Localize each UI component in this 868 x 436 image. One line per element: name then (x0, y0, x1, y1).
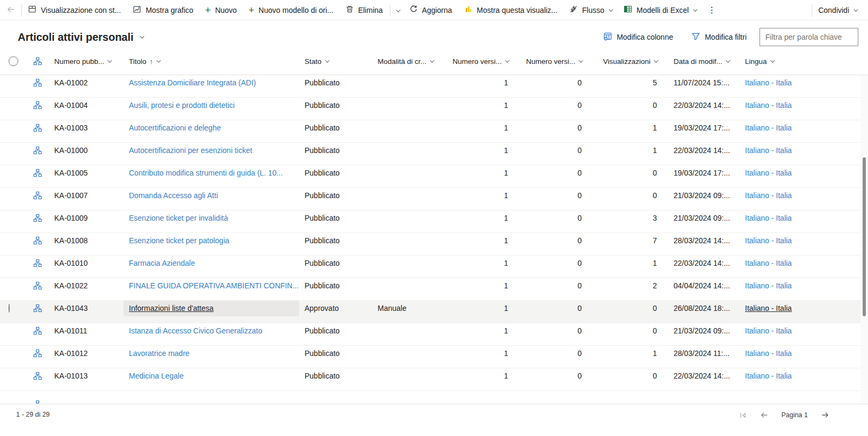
flow-button[interactable]: Flusso (563, 2, 618, 18)
vertical-ellipsis-icon: ⋮ (707, 5, 716, 14)
grid-header: Numero pubb... Titolo ↑ Stato Modalità d… (0, 54, 868, 75)
language-link[interactable]: Italiano - Italia (745, 101, 792, 110)
filter-funnel-icon (691, 32, 700, 42)
hierarchy-icon[interactable] (27, 214, 48, 222)
table-row[interactable]: KA-01043 Informazioni liste d'attesa App… (0, 301, 868, 323)
language-link[interactable]: Italiano - Italia (745, 372, 792, 380)
language-link[interactable]: Italiano - Italia (745, 236, 792, 245)
language-link[interactable]: Italiano - Italia (745, 146, 792, 155)
article-status: Pubblicato (299, 326, 372, 335)
hierarchy-icon[interactable] (27, 101, 48, 110)
hierarchy-icon[interactable] (27, 372, 48, 380)
language-link[interactable]: Italiano - Italia (745, 326, 792, 335)
language-link[interactable]: Italiano - Italia (745, 214, 792, 222)
excel-templates-label: Modelli di Excel (636, 6, 689, 14)
table-row[interactable]: KA-01002 Assistenza Domiciliare Integrat… (0, 75, 868, 98)
delete-split-chevron[interactable] (392, 2, 403, 18)
language-link[interactable]: Italiano - Italia (745, 78, 792, 87)
hierarchy-icon[interactable] (27, 169, 48, 177)
row-select-radio[interactable] (9, 304, 10, 313)
article-title-link[interactable]: Contributo modifica strumenti di guida (… (129, 169, 283, 177)
language-link[interactable]: Italiano - Italia (745, 123, 792, 132)
article-creation-mode: Manuale (372, 304, 447, 313)
hierarchy-icon[interactable] (27, 304, 48, 313)
show-visualization-button[interactable]: Mostra questa visualiz... (458, 2, 563, 18)
first-page-button[interactable] (739, 411, 747, 419)
excel-templates-button[interactable]: Modelli di Excel (618, 2, 702, 18)
language-link[interactable]: Italiano - Italia (745, 304, 792, 313)
modified-date: 04/04/2024 14:... (659, 281, 730, 290)
edit-columns-button[interactable]: Modifica colonne (598, 28, 678, 46)
article-title-link[interactable]: Istanza di Accesso Civico Generalizzato (129, 326, 262, 335)
language-link[interactable]: Italiano - Italia (745, 259, 792, 267)
table-row[interactable]: KA-01012 Lavoratrice madre Pubblicato 1 … (0, 346, 868, 368)
new-template-button[interactable]: + Nuovo modello di ori... (243, 2, 339, 18)
article-title-link[interactable]: Domanda Accesso agli Atti (129, 191, 218, 200)
article-title-link[interactable]: Farmacia Aziendale (129, 259, 195, 267)
back-button[interactable] (0, 0, 21, 20)
column-header-numero-pubblicazione[interactable]: Numero pubb... (48, 54, 124, 69)
table-row[interactable]: KA-01013 Medicina Legale Pubblicato 1 0 … (0, 368, 868, 391)
column-header-modalita[interactable]: Modalità di cr... (372, 54, 447, 69)
language-link[interactable]: Italiano - Italia (745, 191, 792, 200)
hierarchy-icon[interactable] (27, 259, 48, 267)
table-row[interactable]: KA-01007 Domanda Accesso agli Atti Pubbl… (0, 188, 868, 210)
new-button[interactable]: + Nuovo (199, 2, 243, 18)
article-title-link[interactable]: Esenzione ticket per invalidità (129, 214, 228, 222)
table-row[interactable]: KA-01022 FINALE GUIDA OPERATIVA AMBIENTI… (0, 278, 868, 301)
divider (390, 5, 390, 16)
column-header-stato[interactable]: Stato (299, 54, 372, 69)
table-row[interactable]: KA-01010 Farmacia Aziendale Pubblicato 1… (0, 256, 868, 278)
hierarchy-icon[interactable] (27, 349, 48, 358)
keyword-filter-input[interactable] (760, 28, 858, 46)
hierarchy-icon[interactable] (27, 123, 48, 132)
edit-filters-button[interactable]: Modifica filtri (686, 28, 752, 46)
column-header-numero-versione-1[interactable]: Numero versi... (447, 54, 510, 69)
new-label: Nuovo (215, 6, 236, 14)
more-commands-button[interactable]: ⋮ (702, 2, 721, 18)
table-row[interactable]: KA-01011 Istanza di Accesso Civico Gener… (0, 323, 868, 346)
hierarchy-icon[interactable] (27, 146, 48, 155)
hierarchy-icon[interactable] (27, 191, 48, 200)
refresh-button[interactable]: Aggiorna (403, 2, 458, 18)
previous-page-button[interactable] (760, 411, 769, 419)
article-title-link[interactable]: Ausili, protesi e prodotti dietetici (129, 101, 235, 110)
vertical-scrollbar-track[interactable] (860, 76, 868, 404)
language-link[interactable]: Italiano - Italia (745, 169, 792, 177)
table-row[interactable]: KA-01009 Esenzione ticket per invalidità… (0, 210, 868, 233)
article-title-link[interactable]: Medicina Legale (129, 372, 184, 380)
show-visualization-label: Mostra questa visualiz... (477, 6, 558, 14)
show-chart-button[interactable]: Mostra grafico (127, 2, 199, 18)
view-selector[interactable]: Articoli attivi personali (18, 31, 143, 43)
column-header-lingua[interactable]: Lingua (730, 54, 795, 69)
column-header-visualizzazioni[interactable]: Visualizzazioni (584, 54, 659, 69)
table-row[interactable]: KA-01000 Autocertificazioni per esenzion… (0, 143, 868, 165)
column-header-titolo[interactable]: Titolo ↑ (124, 54, 299, 69)
article-title-link[interactable]: FINALE GUIDA OPERATIVA AMBIENTI CONFIN..… (129, 281, 299, 290)
select-all-radio[interactable] (9, 56, 18, 66)
article-title-link[interactable]: Assistenza Domiciliare Integrata (ADI) (129, 78, 256, 87)
column-header-numero-versione-2[interactable]: Numero versi... (510, 54, 584, 69)
article-title-link[interactable]: Autocertificazioni e deleghe (129, 123, 221, 132)
article-title-link[interactable]: Lavoratrice madre (129, 349, 190, 358)
view-count: 2 (584, 281, 659, 290)
article-title-link[interactable]: Autocertificazioni per esenzioni ticket (129, 146, 252, 155)
table-row[interactable]: KA-01008 Esenzione ticket per patologia … (0, 233, 868, 256)
table-row[interactable]: KA-01005 Contributo modifica strumenti d… (0, 165, 868, 188)
vertical-scrollbar-thumb[interactable] (863, 157, 866, 316)
hierarchy-icon[interactable] (27, 236, 48, 245)
hierarchy-icon[interactable] (27, 326, 48, 335)
language-link[interactable]: Italiano - Italia (745, 349, 792, 358)
share-button[interactable]: Condividi (812, 2, 863, 18)
next-page-button[interactable] (821, 411, 829, 419)
hierarchy-icon[interactable] (27, 281, 48, 290)
article-title-link[interactable]: Esenzione ticket per patologia (129, 236, 229, 245)
table-row[interactable]: KA-01003 Autocertificazioni e deleghe Pu… (0, 120, 868, 143)
column-header-data-modifica[interactable]: Data di modif... (659, 54, 730, 69)
article-title-link[interactable]: Informazioni liste d'attesa (129, 304, 214, 313)
hierarchy-icon[interactable] (27, 78, 48, 87)
language-link[interactable]: Italiano - Italia (745, 281, 792, 290)
delete-button[interactable]: Elimina (339, 2, 389, 18)
switch-view-button[interactable]: Visualizzazione con st... (22, 2, 127, 18)
table-row[interactable]: KA-01004 Ausili, protesi e prodotti diet… (0, 98, 868, 120)
